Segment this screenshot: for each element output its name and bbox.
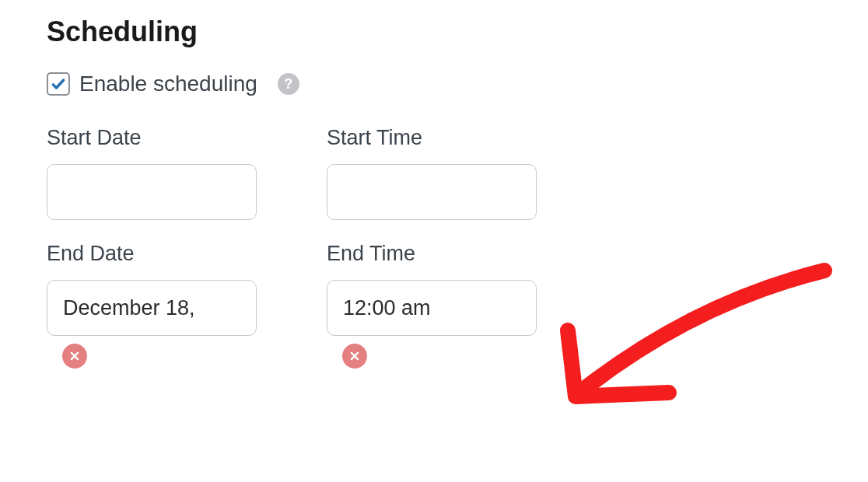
- start-time-label: Start Time: [327, 126, 568, 150]
- end-time-input[interactable]: [327, 280, 537, 336]
- start-time-input[interactable]: [327, 164, 537, 220]
- help-icon[interactable]: ?: [278, 73, 299, 95]
- end-date-label: End Date: [47, 242, 288, 266]
- end-date-input[interactable]: [47, 280, 257, 336]
- end-date-group: End Date: [47, 242, 288, 368]
- clear-end-time-button[interactable]: [342, 344, 367, 368]
- end-time-label: End Time: [327, 242, 568, 266]
- enable-scheduling-label: Enable scheduling: [79, 72, 257, 96]
- enable-scheduling-row: Enable scheduling ?: [47, 72, 821, 96]
- check-icon: [51, 76, 66, 92]
- start-date-input[interactable]: [47, 164, 257, 220]
- enable-scheduling-checkbox[interactable]: [47, 72, 70, 96]
- close-icon: [349, 351, 360, 362]
- start-date-group: Start Date: [47, 126, 288, 220]
- close-icon: [69, 351, 80, 362]
- section-title: Scheduling: [47, 16, 821, 48]
- start-time-group: Start Time: [327, 126, 568, 220]
- clear-end-date-button[interactable]: [62, 344, 87, 368]
- scheduling-fields: Start Date Start Time End Date End Time: [47, 126, 821, 368]
- end-time-group: End Time: [327, 242, 568, 368]
- start-date-label: Start Date: [47, 126, 288, 150]
